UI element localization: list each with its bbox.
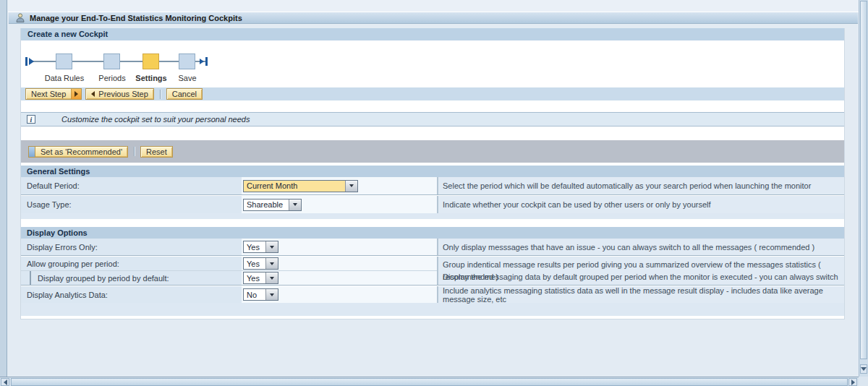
- display-errors-only-label: Display Errors Only:: [21, 239, 242, 255]
- grouped-by-default-label: Display grouped by period by default:: [38, 274, 169, 283]
- table-footer-strip: [21, 303, 844, 316]
- roadmap-step-data-rules[interactable]: [56, 53, 72, 69]
- usage-type-label: Usage Type:: [21, 196, 242, 213]
- allow-grouping-help-text: Group indentical message results per per…: [443, 259, 844, 271]
- vertical-scrollbar-thumb[interactable]: [860, 1, 867, 359]
- indent-guide: [30, 271, 31, 285]
- left-page-margin: [0, 0, 7, 377]
- info-icon: i: [27, 115, 35, 124]
- chevron-down-icon[interactable]: [265, 273, 278, 283]
- setting-row-allow-grouping: Allow grouping per period: Yes: [21, 257, 437, 270]
- usage-type-dropdown[interactable]: Shareable: [243, 199, 302, 211]
- horizontal-scrollbar-thumb[interactable]: [11, 378, 848, 386]
- scroll-right-button[interactable]: [848, 378, 857, 386]
- setting-row-default-period: Default Period: Current Month Select the…: [21, 177, 844, 194]
- grouped-by-default-dropdown[interactable]: Yes: [243, 272, 278, 284]
- arrow-left-icon: [4, 379, 7, 385]
- chevron-down-icon[interactable]: [265, 241, 278, 252]
- roadmap-step-label: Data Rules: [45, 74, 84, 82]
- panel-title: Create a new Cockpit: [21, 28, 844, 40]
- spacer: [21, 219, 844, 227]
- chevron-down-icon[interactable]: [265, 289, 278, 300]
- person-icon: [16, 13, 25, 22]
- setting-row-display-analytics: Display Analytics Data: No Include analy…: [21, 286, 844, 303]
- setting-row-display-errors-only: Display Errors Only: Yes Only display me…: [21, 239, 844, 255]
- display-errors-only-dropdown[interactable]: Yes: [243, 241, 278, 253]
- actions-toolbar: Set as 'Recommended' Reset: [21, 140, 844, 163]
- set-as-recommended-button[interactable]: Set as 'Recommended': [28, 146, 128, 158]
- scrollbar-corner: [859, 377, 868, 386]
- section-header-display-options: Display Options: [21, 227, 844, 239]
- previous-step-button[interactable]: Previous Step: [85, 88, 153, 100]
- chevron-down-icon[interactable]: [289, 200, 301, 210]
- next-arrow-icon: [71, 89, 81, 99]
- arrow-down-icon: [861, 367, 867, 371]
- scroll-left-button[interactable]: [1, 378, 9, 386]
- page-title: Manage your End-To-End Statistics Monito…: [30, 14, 242, 22]
- allow-grouping-label: Allow grouping per period:: [21, 257, 242, 270]
- display-analytics-help-text: Include analytics messaging statistics d…: [437, 286, 844, 303]
- cancel-button[interactable]: Cancel: [166, 88, 203, 100]
- wizard-roadmap: Data Rules Periods Settings Save: [21, 40, 844, 87]
- roadmap-start-arrow-icon: [29, 58, 34, 65]
- roadmap-step-label: Periods: [98, 74, 125, 82]
- spacer: [21, 126, 844, 140]
- roadmap-step-label: Settings: [135, 74, 166, 82]
- vertical-scrollbar[interactable]: [859, 0, 868, 377]
- setting-row-group-grouping: Allow grouping per period: Yes Display g…: [21, 257, 844, 285]
- setting-row-grouped-by-default: Display grouped by period by default: Ye…: [21, 271, 437, 285]
- previous-arrow-icon: [91, 91, 95, 97]
- table-footer-strip: [21, 213, 844, 219]
- wizard-toolbar: Next Step Previous Step Cancel: [21, 87, 844, 100]
- info-message-text: Customize the cockpit set to suit your p…: [61, 115, 250, 124]
- display-analytics-label: Display Analytics Data:: [21, 286, 242, 303]
- default-period-label: Default Period:: [21, 177, 242, 194]
- display-errors-only-help-text: Only display messsages that have an issu…: [437, 239, 844, 255]
- roadmap-step-label: Save: [178, 74, 196, 82]
- recommended-marker-icon: [29, 147, 35, 157]
- display-analytics-dropdown[interactable]: No: [243, 288, 278, 301]
- roadmap-start-icon: [25, 57, 27, 66]
- window-titlebar: Manage your End-To-End Statistics Monito…: [9, 12, 858, 24]
- grouped-by-default-help-text: Display the messaging data by default gr…: [443, 271, 844, 283]
- content-panel: Create a new Cockpit Data Rules Periods …: [20, 28, 845, 319]
- spacer: [21, 100, 844, 112]
- chevron-down-icon[interactable]: [265, 258, 278, 269]
- roadmap-end-icon: [205, 57, 208, 66]
- arrow-right-icon: [851, 379, 855, 385]
- chevron-down-icon[interactable]: [345, 181, 357, 192]
- section-header-general-settings: General Settings: [21, 166, 844, 177]
- scroll-down-button[interactable]: [860, 364, 867, 374]
- toolbar-separator: [134, 147, 135, 156]
- usage-type-help-text: Indicate whether your cockpit can be use…: [437, 196, 844, 213]
- roadmap-step-settings[interactable]: [142, 53, 159, 69]
- allow-grouping-dropdown[interactable]: Yes: [243, 257, 278, 270]
- next-step-button[interactable]: Next Step: [25, 88, 82, 100]
- top-page-margin: [8, 0, 859, 12]
- roadmap-end-arrow-icon: [200, 59, 204, 64]
- reset-button[interactable]: Reset: [140, 146, 173, 158]
- horizontal-scrollbar[interactable]: [0, 377, 859, 386]
- roadmap-step-periods[interactable]: [103, 53, 120, 69]
- info-message-bar: i Customize the cockpit set to suit your…: [21, 112, 844, 126]
- roadmap-step-save[interactable]: [179, 53, 195, 69]
- setting-row-usage-type: Usage Type: Shareable Indicate whether y…: [21, 196, 844, 213]
- default-period-dropdown[interactable]: Current Month: [243, 180, 358, 192]
- main-area: Manage your End-To-End Statistics Monito…: [8, 0, 859, 377]
- default-period-help-text: Select the period which will be defaulte…: [437, 177, 844, 194]
- toolbar-separator: [160, 90, 161, 99]
